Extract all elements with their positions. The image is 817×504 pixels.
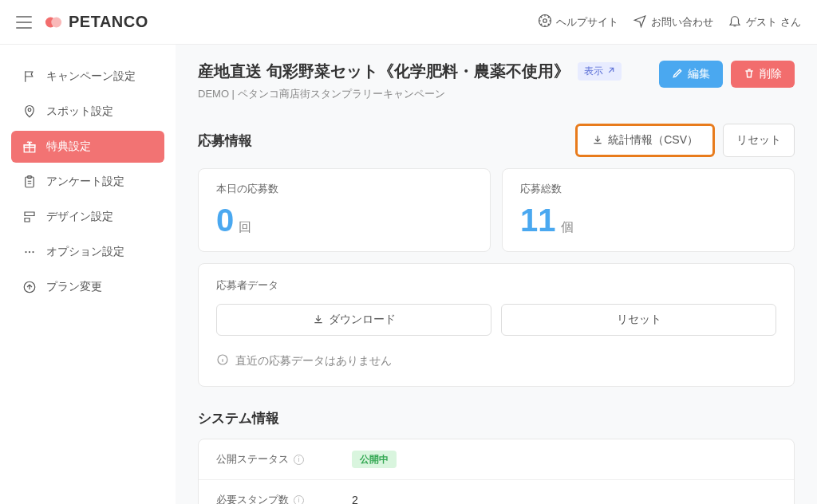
edit-button[interactable]: 編集	[659, 61, 723, 88]
breadcrumb: DEMO | ペタンコ商店街スタンプラリーキャンペーン	[198, 87, 659, 101]
logo-mark-icon	[45, 14, 62, 31]
palette-icon	[22, 210, 37, 224]
info-value: 2	[352, 494, 358, 504]
stats-csv-button[interactable]: 統計情報（CSV）	[575, 124, 715, 157]
dots-icon	[22, 245, 37, 259]
pencil-icon	[672, 68, 683, 81]
sidebar-item-plan[interactable]: プラン変更	[11, 271, 164, 303]
empty-message: 直近の応募データはありません	[235, 354, 392, 368]
stat-label: 本日の応募数	[216, 182, 472, 196]
download-icon	[313, 313, 324, 327]
svg-point-4	[28, 108, 31, 112]
status-badge: 公開中	[352, 451, 397, 468]
brand-text: PETANCO	[69, 13, 148, 31]
download-button[interactable]: ダウンロード	[216, 304, 491, 336]
help-tooltip-icon[interactable]: i	[294, 495, 304, 505]
svg-point-10	[32, 251, 34, 253]
delete-button[interactable]: 削除	[731, 61, 795, 88]
external-link-icon	[606, 66, 615, 77]
stat-card-total: 応募総数 11 個	[502, 168, 795, 252]
sidebar: キャンペーン設定 スポット設定 特典設定 アンケート設定 デザイン設定	[0, 45, 176, 504]
help-tooltip-icon[interactable]: i	[294, 455, 304, 465]
stat-unit: 回	[239, 219, 251, 236]
stat-label: 応募総数	[520, 182, 776, 196]
svg-point-8	[25, 251, 26, 253]
sidebar-item-campaign[interactable]: キャンペーン設定	[11, 61, 164, 93]
flag-icon	[22, 69, 37, 84]
brand-logo[interactable]: PETANCO	[45, 13, 148, 31]
sidebar-item-option[interactable]: オプション設定	[11, 236, 164, 268]
section-title-system: システム情報	[198, 409, 795, 427]
user-menu[interactable]: ゲスト さん	[728, 14, 801, 30]
page-title: 産地直送 旬彩野菜セット《化学肥料・農薬不使用》	[198, 61, 570, 82]
help-icon	[538, 14, 552, 30]
download-icon	[592, 134, 603, 148]
header: PETANCO ヘルプサイト お問い合わせ ゲスト さん	[0, 0, 817, 45]
svg-point-3	[543, 19, 547, 23]
send-icon	[633, 14, 647, 30]
sidebar-item-design[interactable]: デザイン設定	[11, 201, 164, 233]
stat-value: 0	[216, 203, 234, 238]
section-title-application: 応募情報	[198, 132, 575, 150]
help-link[interactable]: ヘルプサイト	[538, 14, 618, 30]
svg-point-1	[51, 17, 61, 27]
svg-point-9	[29, 251, 30, 253]
stat-unit: 個	[561, 219, 574, 236]
applicant-data-label: 応募者データ	[216, 278, 776, 293]
trash-icon	[744, 68, 755, 81]
info-icon	[216, 353, 229, 368]
reset-data-button[interactable]: リセット	[501, 304, 776, 336]
system-info-card: 公開ステータス i 公開中 必要スタンプ数 i 2 特典引換回数限定 i 制限し…	[198, 439, 795, 504]
pin-icon	[22, 104, 37, 119]
reset-button[interactable]: リセット	[723, 124, 795, 157]
clipboard-icon	[22, 175, 37, 189]
stat-card-today: 本日の応募数 0 回	[198, 168, 491, 252]
contact-link[interactable]: お問い合わせ	[633, 14, 713, 30]
info-row: 必要スタンプ数 i 2	[199, 480, 794, 504]
sidebar-item-survey[interactable]: アンケート設定	[11, 166, 164, 198]
arrow-up-icon	[22, 280, 37, 294]
sidebar-item-spot[interactable]: スポット設定	[11, 96, 164, 128]
gift-icon	[22, 140, 37, 154]
view-badge[interactable]: 表示	[578, 62, 622, 81]
stat-value: 11	[520, 203, 556, 238]
menu-toggle[interactable]	[16, 16, 32, 29]
bell-icon	[728, 14, 742, 30]
sidebar-item-reward[interactable]: 特典設定	[11, 131, 164, 163]
info-row: 公開ステータス i 公開中	[199, 439, 794, 480]
